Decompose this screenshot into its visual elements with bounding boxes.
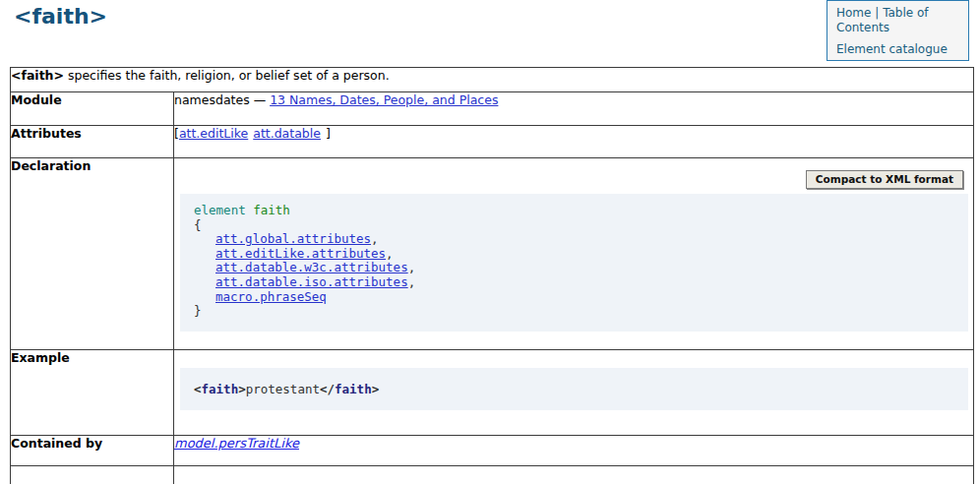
member-comma: , xyxy=(371,231,379,246)
close-tag-name: faith xyxy=(335,382,372,396)
member-comma: , xyxy=(408,274,416,289)
close-tag-end: > xyxy=(372,382,380,396)
declaration-label: Declaration xyxy=(11,158,174,350)
declaration-row: Declaration Compact to XML format elemen… xyxy=(11,158,974,350)
module-chapter-link[interactable]: 13 Names, Dates, People, and Places xyxy=(270,92,498,107)
contained-by-row: Contained by model.persTraitLike xyxy=(11,436,974,466)
next-row-content-cell xyxy=(174,466,974,484)
example-content-cell: <faith>protestant</faith> xyxy=(174,350,974,436)
nav-element-catalogue-link[interactable]: Element catalogue xyxy=(836,42,948,56)
page-title: <faith> xyxy=(14,4,107,29)
declaration-member-link[interactable]: macro.phraseSeq xyxy=(215,289,327,304)
nav-home-link[interactable]: Home xyxy=(836,6,871,20)
declaration-member-line: macro.phraseSeq xyxy=(194,290,968,305)
attributes-row: Attributes [att.editLikeatt.datable] xyxy=(11,126,974,158)
module-label: Module xyxy=(11,92,174,126)
declaration-first-line: element faith xyxy=(194,204,968,218)
open-tag-end: > xyxy=(238,382,246,396)
declaration-member-link[interactable]: att.global.attributes xyxy=(215,231,371,246)
description-cell: <faith> specifies the faith, religion, o… xyxy=(11,68,974,92)
attribute-class-list: att.editLikeatt.datable xyxy=(179,126,326,141)
declaration-code-block: element faith{att.global.attributes,att.… xyxy=(180,194,968,332)
next-row-label-cell xyxy=(11,466,174,484)
declaration-member-line: att.datable.iso.attributes, xyxy=(194,275,968,290)
example-content-text: protestant xyxy=(246,382,320,396)
element-doc-table: <faith> specifies the faith, religion, o… xyxy=(10,67,974,484)
module-value-cell: namesdates — 13 Names, Dates, People, an… xyxy=(174,92,974,126)
declaration-member-line: att.global.attributes, xyxy=(194,232,968,247)
description-row: <faith> specifies the faith, religion, o… xyxy=(11,68,974,92)
declaration-member-link[interactable]: att.datable.w3c.attributes xyxy=(215,260,408,274)
description-text: specifies the faith, religion, or belief… xyxy=(68,68,390,83)
contained-by-value-cell: model.persTraitLike xyxy=(174,436,974,466)
attributes-label: Attributes xyxy=(11,126,174,158)
element-name: <faith> xyxy=(11,68,64,83)
example-label: Example xyxy=(11,350,174,436)
contained-by-link[interactable]: model.persTraitLike xyxy=(174,436,299,451)
open-tag-punct: < xyxy=(194,382,202,396)
nav-separator: | xyxy=(875,6,879,20)
declaration-content-cell: Compact to XML format element faith{att.… xyxy=(174,158,974,350)
nav-box: Home | Table of Contents Element catalog… xyxy=(827,0,969,61)
declaration-members: att.global.attributes,att.editLike.attri… xyxy=(194,232,968,304)
declaration-toolbar: Compact to XML format xyxy=(174,158,973,190)
declaration-member-line: att.editLike.attributes, xyxy=(194,247,968,262)
declaration-member-line: att.datable.w3c.attributes, xyxy=(194,261,968,275)
member-comma: , xyxy=(408,260,416,274)
module-row: Module namesdates — 13 Names, Dates, Peo… xyxy=(11,92,974,126)
nav-line-2: Element catalogue xyxy=(836,42,960,57)
close-tag-punct: </ xyxy=(320,382,335,396)
attribute-class-link[interactable]: att.editLike xyxy=(179,126,248,141)
brace-open: { xyxy=(194,218,968,233)
declaration-member-link[interactable]: att.editLike.attributes xyxy=(215,246,386,261)
brace-close: } xyxy=(194,304,968,319)
contained-by-label: Contained by xyxy=(11,436,174,466)
keyword-element: element xyxy=(194,203,246,217)
next-row-partial xyxy=(11,466,974,484)
compact-to-xml-button[interactable]: Compact to XML format xyxy=(806,170,963,189)
module-name: namesdates — xyxy=(174,92,266,107)
example-code-block: <faith>protestant</faith> xyxy=(180,368,968,410)
declared-element-name: faith xyxy=(253,203,290,217)
attributes-value-cell: [att.editLikeatt.datable] xyxy=(174,126,974,158)
open-tag-name: faith xyxy=(202,382,239,396)
example-row: Example <faith>protestant</faith> xyxy=(11,350,974,436)
bracket-close: ] xyxy=(326,126,331,141)
attribute-class-link[interactable]: att.datable xyxy=(253,126,321,141)
member-comma: , xyxy=(386,246,394,261)
nav-line-1: Home | Table of Contents xyxy=(836,6,960,35)
declaration-member-link[interactable]: att.datable.iso.attributes xyxy=(215,274,408,289)
